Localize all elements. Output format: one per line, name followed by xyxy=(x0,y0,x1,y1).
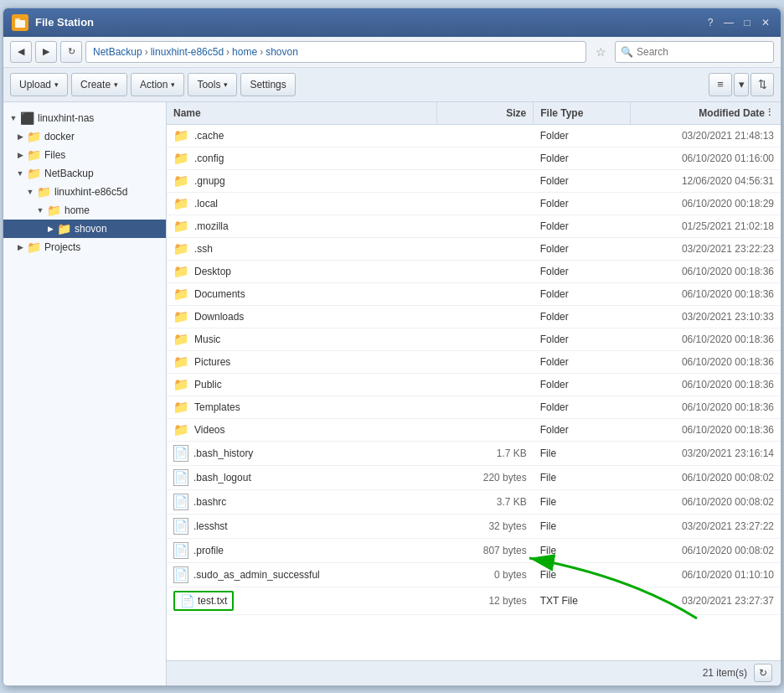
sidebar-item-shovon[interactable]: ▶ 📁 shovon xyxy=(3,220,166,238)
create-chevron-icon: ▾ xyxy=(114,80,118,89)
titlebar: File Station ? — □ ✕ xyxy=(3,8,781,37)
file-list: Name Size File Type Modified Date ⋮ xyxy=(167,102,781,660)
col-name[interactable]: Name xyxy=(167,102,437,125)
table-row[interactable]: 📁.cacheFolder03/20/2021 21:48:13 xyxy=(167,124,781,147)
file-size: 1.7 KB xyxy=(437,441,534,465)
file-date: 06/10/2020 00:08:02 xyxy=(630,489,781,514)
footer-bar: 21 item(s) ↻ xyxy=(167,660,781,685)
file-name: .mozilla xyxy=(194,220,229,232)
refresh-nav-button[interactable]: ↻ xyxy=(60,41,82,63)
sidebar-root[interactable]: ▼ ⬛ linuxhint-nas xyxy=(3,109,166,127)
file-station-window: File Station ? — □ ✕ ◀ ▶ ↻ NetBackup › l… xyxy=(3,8,781,686)
folder-icon: 📁 xyxy=(173,332,189,347)
table-row[interactable]: 📁VideosFolder06/10/2020 00:18:36 xyxy=(167,418,781,441)
sidebar-item-files[interactable]: ▶ 📁 Files xyxy=(3,146,166,164)
sidebar-item-docker[interactable]: ▶ 📁 docker xyxy=(3,127,166,146)
file-date: 06/10/2020 00:18:36 xyxy=(630,418,781,441)
table-row[interactable]: 📄.bash_logout220 bytesFile06/10/2020 00:… xyxy=(167,465,781,489)
search-bar: 🔍 xyxy=(615,41,774,63)
table-row[interactable]: 📁.gnupgFolder12/06/2020 04:56:31 xyxy=(167,169,781,192)
file-size xyxy=(437,215,534,237)
close-button[interactable]: ✕ xyxy=(759,16,772,29)
table-row[interactable]: 📁.mozillaFolder01/25/2021 21:02:18 xyxy=(167,215,781,237)
col-size[interactable]: Size xyxy=(437,102,534,125)
view-more-button[interactable]: ▾ xyxy=(734,73,749,96)
sidebar-item-linuxhint-label: linuxhint-e86c5d xyxy=(54,186,127,198)
search-input[interactable] xyxy=(637,46,768,58)
table-row[interactable]: 📁MusicFolder06/10/2020 00:18:36 xyxy=(167,328,781,350)
maximize-button[interactable]: □ xyxy=(740,16,754,29)
file-name: .bash_logout xyxy=(193,472,251,484)
file-name: .bash_history xyxy=(193,447,253,459)
folder-icon: 📁 xyxy=(173,128,189,143)
files-toggle-icon: ▶ xyxy=(15,150,25,160)
table-row[interactable]: 📁.sshFolder03/20/2021 23:22:23 xyxy=(167,237,781,260)
tools-button[interactable]: Tools ▾ xyxy=(188,73,237,96)
file-date: 12/06/2020 04:56:31 xyxy=(630,169,781,192)
create-button[interactable]: Create ▾ xyxy=(71,73,127,96)
folder-icon: 📁 xyxy=(173,196,189,211)
table-row[interactable]: 📁.configFolder06/10/2020 01:16:00 xyxy=(167,147,781,169)
sidebar-item-netbackup[interactable]: ▼ 📁 NetBackup xyxy=(3,164,166,183)
footer-refresh-button[interactable]: ↻ xyxy=(754,664,772,682)
file-table: Name Size File Type Modified Date ⋮ xyxy=(167,102,781,615)
file-size: 32 bytes xyxy=(437,514,534,538)
col-date[interactable]: Modified Date ⋮ xyxy=(630,102,781,125)
table-row[interactable]: 📄.sudo_as_admin_successful0 bytesFile06/… xyxy=(167,562,781,587)
tools-chevron-icon: ▾ xyxy=(224,80,228,89)
file-date: 06/10/2020 00:18:36 xyxy=(630,260,781,282)
table-row[interactable]: 📄.bash_history1.7 KBFile03/20/2021 23:16… xyxy=(167,441,781,465)
table-row[interactable]: 📄.lesshst32 bytesFile03/20/2021 23:27:22 xyxy=(167,514,781,538)
file-type: Folder xyxy=(534,260,630,282)
help-button[interactable]: ? xyxy=(704,16,717,29)
table-row[interactable]: 📁PublicFolder06/10/2020 00:18:36 xyxy=(167,373,781,396)
txt-file-icon: 📄 xyxy=(180,593,193,608)
forward-button[interactable]: ▶ xyxy=(35,41,57,63)
table-row[interactable]: 📁DesktopFolder06/10/2020 00:18:36 xyxy=(167,260,781,282)
table-row[interactable]: 📁.localFolder06/10/2020 00:18:29 xyxy=(167,192,781,215)
folder-icon: 📁 xyxy=(173,422,189,437)
breadcrumb-part-0[interactable]: NetBackup xyxy=(93,46,142,58)
breadcrumb-part-1[interactable]: linuxhint-e86c5d xyxy=(151,46,224,58)
favorite-button[interactable]: ☆ xyxy=(590,41,611,63)
file-name: .local xyxy=(194,198,218,209)
action-label: Action xyxy=(140,79,168,91)
sidebar-item-projects[interactable]: ▶ 📁 Projects xyxy=(3,238,166,256)
file-size xyxy=(437,192,534,215)
action-button[interactable]: Action ▾ xyxy=(131,73,184,96)
file-name: Public xyxy=(194,379,222,390)
file-icon: 📄 xyxy=(173,518,188,535)
breadcrumb-part-2[interactable]: home xyxy=(232,46,257,58)
search-icon: 🔍 xyxy=(621,46,633,58)
table-row[interactable]: 📁TemplatesFolder06/10/2020 00:18:36 xyxy=(167,396,781,418)
table-row[interactable]: 📄test.txt12 bytesTXT File03/20/2021 23:2… xyxy=(167,587,781,614)
file-date: 06/10/2020 00:18:36 xyxy=(630,350,781,373)
settings-button[interactable]: Settings xyxy=(240,73,295,96)
back-button[interactable]: ◀ xyxy=(10,41,32,63)
folder-icon: 📁 xyxy=(173,400,189,415)
file-type: Folder xyxy=(534,147,630,169)
sort-button[interactable]: ⇅ xyxy=(750,73,774,96)
table-row[interactable]: 📄.profile807 bytesFile06/10/2020 00:08:0… xyxy=(167,538,781,562)
upload-button[interactable]: Upload ▾ xyxy=(10,73,68,96)
projects-folder-icon: 📁 xyxy=(27,240,41,254)
sidebar-item-linuxhint[interactable]: ▼ 📁 linuxhint-e86c5d xyxy=(3,183,166,201)
list-view-button[interactable]: ≡ xyxy=(709,73,732,96)
file-size xyxy=(437,305,534,328)
breadcrumb-part-3[interactable]: shovon xyxy=(266,46,298,58)
table-row[interactable]: 📁DownloadsFolder03/20/2021 23:10:33 xyxy=(167,305,781,328)
table-row[interactable]: 📄.bashrc3.7 KBFile06/10/2020 00:08:02 xyxy=(167,489,781,514)
file-date: 06/10/2020 00:18:36 xyxy=(630,282,781,305)
sidebar-item-home[interactable]: ▼ 📁 home xyxy=(3,201,166,220)
file-size xyxy=(437,169,534,192)
window-controls: ? — □ ✕ xyxy=(704,16,772,29)
table-row[interactable]: 📁PicturesFolder06/10/2020 00:18:36 xyxy=(167,350,781,373)
file-icon: 📄 xyxy=(173,445,188,462)
col-type[interactable]: File Type xyxy=(534,102,630,125)
file-type: Folder xyxy=(534,373,630,396)
file-date: 03/20/2021 23:10:33 xyxy=(630,305,781,328)
table-row[interactable]: 📁DocumentsFolder06/10/2020 00:18:36 xyxy=(167,282,781,305)
file-size xyxy=(437,350,534,373)
minimize-button[interactable]: — xyxy=(722,16,735,29)
folder-icon: 📁 xyxy=(173,287,189,302)
